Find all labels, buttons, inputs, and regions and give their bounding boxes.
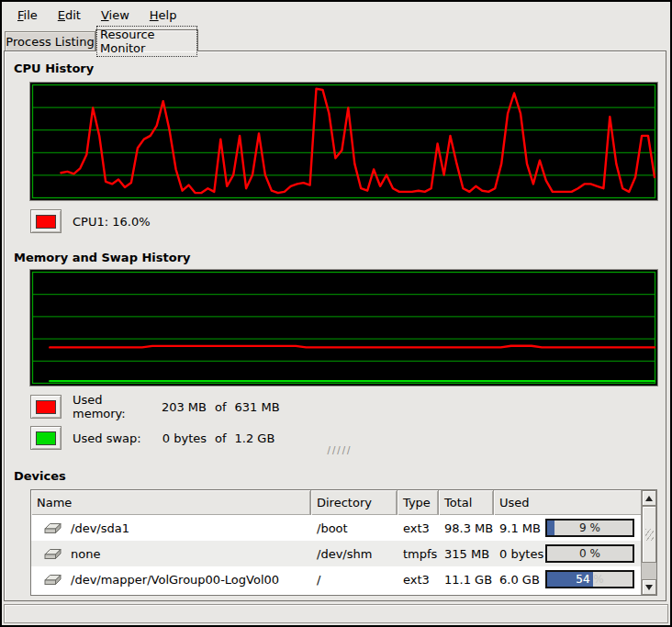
device-total: 98.3 MB xyxy=(439,521,494,535)
device-name: /dev/sda1 xyxy=(71,521,129,535)
scrollbar-up-button[interactable] xyxy=(642,490,656,506)
menubar: File Edit View Help xyxy=(2,2,670,28)
devices-table-header: Name Directory Type Total Used xyxy=(31,490,643,515)
memory-color-swatch xyxy=(36,400,56,414)
memory-swap-graph xyxy=(30,270,657,386)
menu-view[interactable]: View xyxy=(91,5,140,26)
device-directory: /boot xyxy=(311,521,398,535)
table-row[interactable]: /dev/mapper/VolGroup00-LogVol00/ext311.1… xyxy=(31,566,643,592)
arrow-down-icon xyxy=(645,585,653,590)
cpu-color-swatch xyxy=(36,215,56,229)
device-directory: / xyxy=(311,573,398,587)
tab-process-listing[interactable]: Process Listing xyxy=(5,31,95,50)
memory-legend-label: Used memory: xyxy=(73,393,153,420)
device-name-cell: /dev/sda1 xyxy=(31,521,311,535)
swap-total-value: 1.2 GB xyxy=(235,431,275,445)
column-header-directory[interactable]: Directory xyxy=(311,490,398,515)
memory-legend: Used memory: 203 MB of 631 MB xyxy=(30,395,280,419)
swap-legend: Used swap: 0 bytes of 1.2 GB xyxy=(30,426,274,450)
memory-total-value: 631 MB xyxy=(235,400,280,414)
tabbar: Process Listing Resource Monitor xyxy=(2,28,670,50)
scrollbar-thumb[interactable] xyxy=(642,506,656,563)
swap-legend-label: Used swap: xyxy=(73,431,153,445)
cpu-legend: CPU1: 16.0% xyxy=(30,209,151,233)
usage-progressbar: 0 %0 % xyxy=(545,544,634,563)
memory-swap-title: Memory and Swap History xyxy=(14,251,191,264)
usage-percent-clip: 9 % xyxy=(547,521,554,535)
hard-disk-icon xyxy=(43,521,62,535)
device-used-cell: 0 bytes0 %0 % xyxy=(494,544,643,563)
tab-resource-monitor[interactable]: Resource Monitor xyxy=(95,29,198,51)
memory-used-value: 203 MB xyxy=(153,400,207,414)
menu-file[interactable]: File xyxy=(7,5,48,26)
cpu-legend-label: CPU1: 16.0% xyxy=(73,215,151,229)
devices-table: Name Directory Type Total Used /dev/sda1… xyxy=(30,489,657,596)
usage-percent-label: 9 % xyxy=(547,521,633,535)
usage-percent-label-inverse: 54 % xyxy=(547,572,593,587)
device-used: 0 bytes xyxy=(499,547,543,561)
table-row[interactable]: /dev/sda1/bootext398.3 MB9.1 MB9 %9 % xyxy=(31,515,643,541)
device-directory: /dev/shm xyxy=(311,547,398,561)
swap-color-swatch-button[interactable] xyxy=(30,426,62,450)
statusbar xyxy=(4,604,668,623)
memory-color-swatch-button[interactable] xyxy=(30,395,62,419)
hard-disk-icon xyxy=(43,573,62,587)
system-monitor-window: File Edit View Help Process Listing Reso… xyxy=(0,0,672,627)
swap-color-swatch xyxy=(36,431,56,445)
device-name-cell: /dev/mapper/VolGroup00-LogVol00 xyxy=(31,573,311,587)
usage-percent-label-inverse: 9 % xyxy=(547,521,554,535)
device-name: none xyxy=(71,547,100,561)
device-total: 11.1 GB xyxy=(439,573,494,587)
device-type: tmpfs xyxy=(398,547,439,561)
usage-percent-label: 0 % xyxy=(547,546,633,561)
scrollbar-down-button[interactable] xyxy=(642,579,656,595)
hard-disk-icon xyxy=(43,547,62,561)
column-header-used[interactable]: Used xyxy=(494,490,643,515)
pane-resize-grip[interactable]: ///// xyxy=(308,446,372,455)
device-used: 6.0 GB xyxy=(499,573,540,587)
device-name: /dev/mapper/VolGroup00-LogVol00 xyxy=(71,573,279,587)
column-header-type[interactable]: Type xyxy=(398,490,439,515)
device-type: ext3 xyxy=(398,521,439,535)
tab-resource-monitor-label: Resource Monitor xyxy=(96,26,197,57)
swap-of-label: of xyxy=(215,431,227,445)
column-header-name[interactable]: Name xyxy=(31,490,311,515)
cpu-history-graph xyxy=(30,83,657,200)
menu-edit[interactable]: Edit xyxy=(48,5,91,26)
usage-progressbar: 54 %54 % xyxy=(545,570,634,588)
arrow-up-icon xyxy=(645,496,653,501)
tab-process-listing-label: Process Listing xyxy=(6,35,94,49)
memory-of-label: of xyxy=(215,400,227,414)
device-used: 9.1 MB xyxy=(499,521,541,535)
device-used-cell: 9.1 MB9 %9 % xyxy=(494,519,643,537)
column-header-total[interactable]: Total xyxy=(439,490,494,515)
device-name-cell: none xyxy=(31,547,311,561)
swap-used-value: 0 bytes xyxy=(153,431,207,445)
usage-percent-clip: 54 % xyxy=(547,572,593,587)
device-total: 315 MB xyxy=(439,547,494,561)
resource-monitor-page: CPU History CPU1: 16.0% Memory and Swap … xyxy=(4,50,666,601)
devices-title: Devices xyxy=(14,469,66,483)
cpu-color-swatch-button[interactable] xyxy=(30,209,62,233)
device-used-cell: 6.0 GB54 %54 % xyxy=(494,570,643,588)
devices-table-body: /dev/sda1/bootext398.3 MB9.1 MB9 %9 %non… xyxy=(31,515,643,592)
devices-scrollbar[interactable] xyxy=(641,490,656,595)
menu-help[interactable]: Help xyxy=(140,5,187,26)
cpu-history-title: CPU History xyxy=(14,62,94,75)
scrollbar-grip-icon xyxy=(645,529,654,541)
table-row[interactable]: none/dev/shmtmpfs315 MB0 bytes0 %0 % xyxy=(31,541,643,566)
usage-progressbar: 9 %9 % xyxy=(545,519,634,537)
device-type: ext3 xyxy=(398,573,439,587)
